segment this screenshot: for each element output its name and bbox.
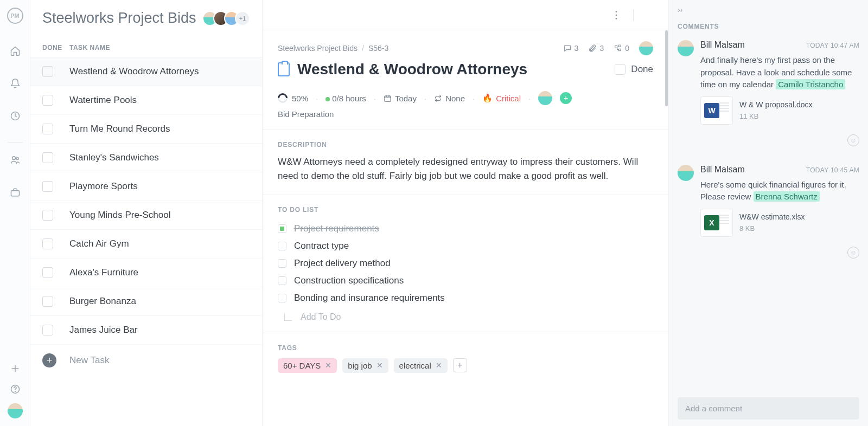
task-row[interactable]: Alexa's Furniture	[30, 259, 262, 287]
plus-icon[interactable]	[9, 362, 22, 375]
svg-point-5	[15, 391, 15, 392]
todo-text: Bonding and insurance requirements	[294, 293, 445, 304]
task-checkbox[interactable]	[42, 66, 53, 77]
mention[interactable]: Camilo Tristancho	[776, 79, 845, 89]
task-row[interactable]: Burger Bonanza	[30, 287, 262, 316]
task-checkbox[interactable]	[42, 95, 53, 106]
task-title[interactable]: Westlend & Woodrow Attorneys	[297, 61, 615, 78]
todo-checkbox[interactable]	[278, 294, 286, 302]
new-task-button[interactable]: +	[42, 353, 56, 367]
task-name: Catch Air Gym	[69, 238, 129, 249]
add-tag-button[interactable]: +	[453, 358, 467, 372]
assignee-avatar[interactable]	[639, 41, 653, 55]
task-row[interactable]: Young Minds Pre-School	[30, 201, 262, 230]
task-name: Stanley's Sandwiches	[69, 152, 159, 163]
tag-remove-icon[interactable]: ✕	[436, 361, 442, 370]
react-icon[interactable]: ☺	[847, 134, 859, 146]
breadcrumb-project[interactable]: Steelworks Project Bids	[278, 44, 358, 53]
description-text[interactable]: W&W Attorneys need a completely redesign…	[278, 155, 653, 184]
recurrence[interactable]: None	[434, 94, 465, 103]
description-label: DESCRIPTION	[278, 141, 653, 149]
subtasks-count[interactable]: 0	[614, 44, 629, 53]
todo-checkbox[interactable]	[278, 276, 286, 285]
task-name: Burger Bonanza	[69, 296, 136, 307]
priority[interactable]: 🔥Critical	[482, 93, 521, 103]
member-avatars[interactable]: +1	[207, 11, 250, 26]
more-icon[interactable]	[610, 9, 622, 21]
comment-input[interactable]	[678, 397, 859, 419]
todo-checkbox[interactable]	[278, 224, 286, 233]
todo-item[interactable]: Bonding and insurance requirements	[278, 289, 653, 307]
help-icon[interactable]	[9, 383, 22, 396]
task-row[interactable]: Turn Me Round Records	[30, 115, 262, 144]
tag-text: electrical	[399, 361, 431, 370]
task-row[interactable]: James Juice Bar	[30, 316, 262, 345]
attachment[interactable]: XW&W estimate.xlsx8 KB	[700, 209, 859, 237]
user-avatar[interactable]	[8, 403, 23, 418]
task-checkbox[interactable]	[42, 238, 53, 249]
todo-item[interactable]: Project delivery method	[278, 255, 653, 272]
tag[interactable]: 60+ DAYS✕	[278, 358, 337, 373]
done-toggle[interactable]: Done	[615, 64, 653, 75]
tag-remove-icon[interactable]: ✕	[325, 361, 331, 370]
add-todo-button[interactable]: Add To Do	[278, 307, 653, 322]
task-name: Westlend & Woodrow Attorneys	[69, 66, 199, 77]
phase[interactable]: Bid Preparation	[263, 109, 668, 130]
mention[interactable]: Brenna Schwartz	[754, 191, 820, 202]
home-icon[interactable]	[9, 44, 22, 57]
svg-rect-10	[619, 49, 621, 50]
todo-item[interactable]: Contract type	[278, 237, 653, 255]
tags-label: TAGS	[278, 344, 653, 352]
task-name: Watertime Pools	[69, 95, 137, 106]
add-assignee-button[interactable]: +	[560, 92, 572, 104]
task-row[interactable]: Catch Air Gym	[30, 230, 262, 259]
date[interactable]: Today	[384, 94, 417, 103]
task-row[interactable]: Westlend & Woodrow Attorneys	[30, 57, 262, 86]
task-checkbox[interactable]	[42, 325, 53, 335]
comments-header: COMMENTS	[669, 20, 868, 40]
bell-icon[interactable]	[9, 77, 22, 90]
attachment[interactable]: WW & W proposal.docx11 KB	[700, 96, 859, 125]
todo-checkbox[interactable]	[278, 242, 286, 250]
close-icon[interactable]	[644, 9, 656, 21]
attachment-name: W&W estimate.xlsx	[739, 212, 805, 221]
assignee-chip[interactable]	[538, 91, 552, 105]
app-logo[interactable]: PM	[7, 8, 23, 24]
task-row[interactable]: Watertime Pools	[30, 86, 262, 115]
hours[interactable]: 0/8 hours	[326, 94, 366, 103]
todo-label: TO DO LIST	[278, 206, 653, 214]
task-checkbox[interactable]	[42, 210, 53, 221]
clock-icon[interactable]	[9, 109, 22, 122]
task-checkbox[interactable]	[42, 296, 53, 307]
people-icon[interactable]	[9, 153, 22, 166]
task-checkbox[interactable]	[42, 152, 53, 163]
attachments-count[interactable]: 3	[588, 44, 604, 53]
todo-item[interactable]: Project requirements	[278, 220, 653, 237]
task-row[interactable]: Playmore Sports	[30, 172, 262, 201]
progress[interactable]: 50%	[278, 93, 308, 103]
comment-author: Bill Malsam	[700, 40, 745, 50]
scrollbar-thumb[interactable]	[665, 30, 668, 106]
todo-text: Construction specifications	[294, 275, 404, 286]
comment-time: TODAY 10:47 AM	[806, 42, 859, 49]
tag[interactable]: electrical✕	[394, 358, 448, 373]
todo-item[interactable]: Construction specifications	[278, 272, 653, 289]
tag[interactable]: big job✕	[342, 358, 388, 373]
comment-avatar[interactable]	[678, 165, 694, 181]
comment-avatar[interactable]	[678, 40, 694, 56]
collapse-comments-icon[interactable]: ››	[669, 0, 868, 20]
todo-checkbox[interactable]	[278, 259, 286, 268]
tag-remove-icon[interactable]: ✕	[376, 361, 383, 370]
breadcrumb-code[interactable]: S56-3	[368, 44, 388, 53]
task-checkbox[interactable]	[42, 267, 53, 278]
briefcase-icon[interactable]	[9, 186, 22, 199]
task-checkbox[interactable]	[42, 181, 53, 192]
comments-count[interactable]: 3	[563, 44, 579, 53]
task-checkbox[interactable]	[42, 124, 53, 134]
svg-point-1	[12, 157, 15, 160]
comment: Bill MalsamTODAY 10:45 AMHere's some qui…	[678, 165, 859, 259]
react-icon[interactable]: ☺	[847, 247, 859, 259]
svg-rect-3	[11, 191, 19, 196]
nav-rail: PM	[0, 0, 30, 426]
task-row[interactable]: Stanley's Sandwiches	[30, 144, 262, 172]
